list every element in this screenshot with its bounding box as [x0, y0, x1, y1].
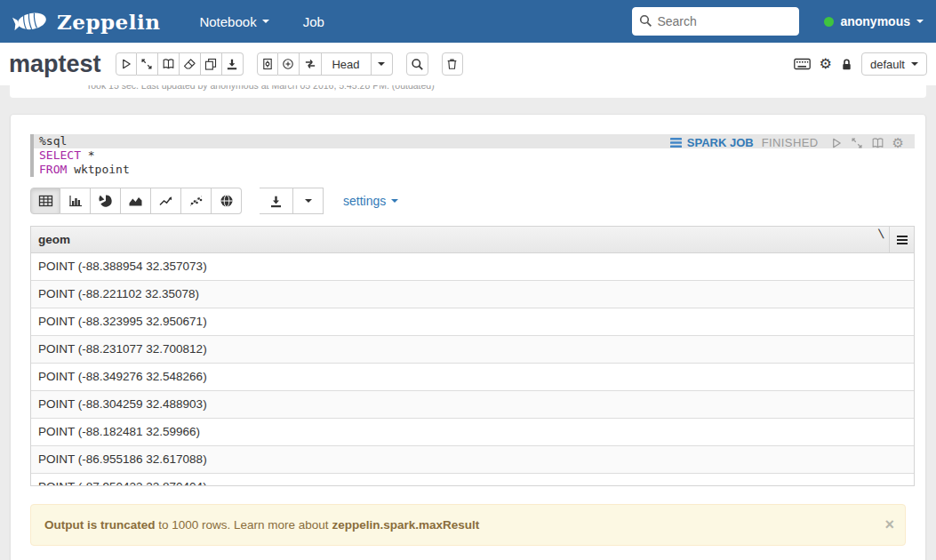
- keyboard-shortcuts-icon[interactable]: [794, 58, 811, 70]
- sql-keyword: FROM: [39, 163, 67, 176]
- code-line-select[interactable]: SELECT *: [34, 148, 915, 163]
- result-grid: geom ╲ POINT (-88.388954 32.357073)POINT…: [30, 226, 915, 486]
- table-row[interactable]: POINT (-88.182481 32.59966): [31, 419, 914, 446]
- nav-notebook[interactable]: Notebook: [199, 14, 268, 29]
- grid-header: geom ╲: [31, 227, 914, 253]
- view-mode-label: default: [870, 58, 905, 71]
- nav-job[interactable]: Job: [303, 14, 324, 29]
- paragraph-controls: SPARK JOB FINISHED ⚙: [669, 136, 904, 149]
- delete-note-button[interactable]: [442, 52, 463, 76]
- nav-job-label: Job: [303, 14, 324, 29]
- paragraph-settings-gear-icon[interactable]: ⚙: [892, 136, 904, 149]
- revision-head-button[interactable]: Head: [322, 52, 372, 76]
- table-row[interactable]: POINT (-87.950423 32.870404): [31, 474, 914, 486]
- grid-menu-button[interactable]: [889, 227, 914, 252]
- revision-dropdown-button[interactable]: [372, 52, 393, 76]
- settings-toggle[interactable]: settings: [343, 194, 398, 208]
- chevron-down-icon: [911, 62, 918, 66]
- user-menu[interactable]: anonymous: [824, 14, 924, 28]
- clear-output-button[interactable]: [180, 52, 201, 76]
- code-line-from[interactable]: FROM wktpoint: [34, 163, 915, 177]
- search-icon: [639, 14, 652, 28]
- zeppelin-brand[interactable]: Zeppelin: [12, 9, 160, 34]
- table-row[interactable]: POINT (-88.221102 32.35078): [31, 281, 914, 308]
- table-row[interactable]: POINT (-88.323995 32.950671): [31, 308, 914, 336]
- previous-paragraph-clipped: Took 15 sec. Last updated by anonymous a…: [10, 85, 926, 98]
- download-data-button[interactable]: [260, 188, 293, 214]
- column-header-geom[interactable]: geom ╲: [31, 227, 889, 252]
- export-note-button[interactable]: [222, 52, 244, 76]
- permissions-lock-icon[interactable]: [841, 58, 852, 71]
- visualization-toolbar: settings: [30, 188, 915, 214]
- banner-text: to 1000 rows. Learn more about: [156, 518, 332, 532]
- clone-note-button[interactable]: [201, 52, 222, 76]
- chevron-down-icon: [378, 62, 385, 66]
- paragraph-card: %sql SELECT * FROM wktpoint SPARK JOB FI…: [10, 114, 926, 560]
- table-view-button[interactable]: [30, 188, 60, 214]
- sql-text: wktpoint: [67, 163, 129, 176]
- chart-type-group: [30, 188, 242, 214]
- sql-keyword: SELECT: [39, 148, 81, 162]
- spark-job-label: SPARK JOB: [687, 136, 754, 149]
- chevron-down-icon: [391, 199, 398, 203]
- table-row[interactable]: POINT (-86.955186 32.617088): [31, 446, 914, 474]
- search-box: [632, 7, 799, 36]
- top-navbar: Zeppelin Notebook Job anonymous: [0, 0, 936, 43]
- search-code-button[interactable]: [406, 52, 428, 76]
- revision-head-label: Head: [332, 58, 359, 71]
- banner-bold-text: Output is truncated: [44, 518, 156, 532]
- sql-text: *: [81, 148, 95, 162]
- line-chart-button[interactable]: [151, 188, 181, 214]
- username: anonymous: [840, 14, 910, 28]
- collapse-code-button[interactable]: [137, 52, 158, 76]
- show-output-button[interactable]: [158, 52, 180, 76]
- table-body: POINT (-88.388954 32.357073)POINT (-88.2…: [31, 253, 914, 486]
- note-toolbar: maptest Head: [0, 43, 936, 85]
- chevron-down-icon: [262, 20, 269, 23]
- paragraph-status: FINISHED: [762, 136, 819, 149]
- chevron-down-icon: [916, 20, 924, 23]
- table-row[interactable]: POINT (-88.231077 32.700812): [31, 336, 914, 364]
- scatter-chart-button[interactable]: [181, 188, 212, 214]
- column-resize-handle-icon[interactable]: ╲: [879, 229, 884, 238]
- pie-chart-button[interactable]: [91, 188, 121, 214]
- run-paragraph-button[interactable]: [830, 137, 843, 149]
- compare-revisions-button[interactable]: [300, 52, 322, 76]
- set-revision-button[interactable]: [278, 52, 300, 76]
- area-chart-button[interactable]: [121, 188, 151, 214]
- table-row[interactable]: POINT (-88.304259 32.488903): [31, 391, 914, 419]
- column-label: geom: [38, 233, 70, 246]
- online-status-icon: [824, 17, 834, 27]
- nav-notebook-label: Notebook: [199, 14, 256, 29]
- revision-group: Head: [257, 52, 393, 76]
- spark-job-link[interactable]: SPARK JOB: [669, 136, 754, 149]
- collapse-paragraph-button[interactable]: [851, 137, 863, 149]
- view-mode-dropdown[interactable]: default: [861, 52, 927, 76]
- spark-job-icon: [669, 137, 683, 148]
- note-actions-group: [116, 52, 244, 76]
- table-row[interactable]: POINT (-88.349276 32.548266): [31, 364, 914, 391]
- bar-chart-button[interactable]: [60, 188, 91, 214]
- settings-label: settings: [343, 194, 386, 208]
- toolbar-right: ⚙ default: [794, 43, 927, 85]
- note-title: maptest: [9, 51, 101, 78]
- download-options-button[interactable]: [293, 188, 324, 214]
- run-all-button[interactable]: [116, 52, 137, 76]
- show-editor-button[interactable]: [871, 137, 884, 149]
- table-row[interactable]: POINT (-88.388954 32.357073): [31, 253, 914, 281]
- truncation-warning-banner: Output is truncated to 1000 rows. Learn …: [30, 504, 906, 546]
- paragraph-status-line: Took 15 sec. Last updated by anonymous a…: [86, 85, 435, 91]
- version-commit-icon-button[interactable]: [257, 52, 278, 76]
- download-group: [260, 188, 324, 214]
- map-globe-button[interactable]: [212, 188, 242, 214]
- chevron-down-icon: [305, 199, 312, 203]
- close-icon[interactable]: ×: [884, 516, 894, 532]
- zeppelin-logo-icon: [12, 9, 50, 34]
- hamburger-menu-icon: [896, 235, 908, 245]
- interpreter-gear-icon[interactable]: ⚙: [820, 57, 832, 71]
- banner-property-name: zeppelin.spark.maxResult: [332, 518, 479, 532]
- brand-name: Zeppelin: [57, 10, 160, 34]
- search-input[interactable]: [632, 7, 799, 36]
